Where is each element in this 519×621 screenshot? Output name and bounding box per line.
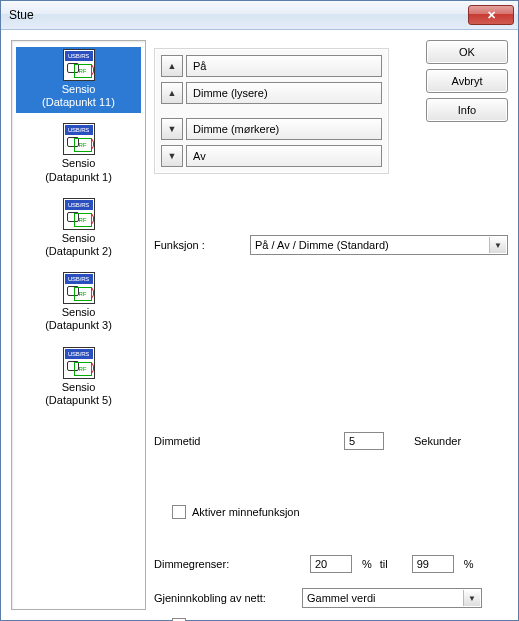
memory-label: Aktiver minnefunksjon (192, 506, 300, 518)
device-name: Sensio (62, 232, 96, 245)
device-sub: (Datapunkt 11) (42, 96, 115, 109)
chevron-down-icon: ▼ (489, 237, 506, 253)
action-row: ▼Av (161, 145, 382, 167)
settings-panel: OK Avbryt Info ▲På▲Dimme (lysere)▼Dimme … (154, 40, 508, 610)
dialog-window: Stue ✕ USB/RSRFSensio(Datapunkt 11)USB/R… (0, 0, 519, 621)
device-icon: USB/RSRF (63, 347, 95, 379)
dimmetid-row: Dimmetid 5 Sekunder (154, 432, 461, 450)
funksjon-value: På / Av / Dimme (Standard) (255, 239, 389, 251)
action-label-bar[interactable]: På (186, 55, 382, 77)
memory-checkbox[interactable] (172, 505, 186, 519)
direction-button[interactable]: ▲ (161, 82, 183, 104)
memory-row: Aktiver minnefunksjon (154, 505, 300, 519)
limits-high-input[interactable]: 99 (412, 555, 454, 573)
action-row: ▼Dimme (mørkere) (161, 118, 382, 140)
action-label-bar[interactable]: Dimme (mørkere) (186, 118, 382, 140)
action-label-bar[interactable]: Av (186, 145, 382, 167)
action-row: ▲Dimme (lysere) (161, 82, 382, 104)
direction-button[interactable]: ▼ (161, 145, 183, 167)
device-item[interactable]: USB/RSRFSensio(Datapunkt 3) (16, 270, 141, 336)
device-sub: (Datapunkt 3) (45, 319, 112, 332)
action-label: Dimme (lysere) (193, 87, 268, 99)
direction-button[interactable]: ▲ (161, 55, 183, 77)
action-label: På (193, 60, 206, 72)
til-label: til (380, 558, 388, 570)
cancel-button[interactable]: Avbryt (426, 69, 508, 93)
device-sub: (Datapunkt 5) (45, 394, 112, 407)
device-sub: (Datapunkt 2) (45, 245, 112, 258)
device-icon: USB/RSRF (63, 272, 95, 304)
device-name: Sensio (62, 306, 96, 319)
limits-row: Dimmegrenser: 20 % til 99 % (154, 555, 478, 573)
action-rows-group: ▲På▲Dimme (lysere)▼Dimme (mørkere)▼Av (154, 48, 389, 174)
action-label: Dimme (mørkere) (193, 123, 279, 135)
reconnect-value: Gammel verdi (307, 592, 375, 604)
dimmetid-input[interactable]: 5 (344, 432, 384, 450)
device-item[interactable]: USB/RSRFSensio(Datapunkt 1) (16, 121, 141, 187)
device-name: Sensio (62, 381, 96, 394)
device-item[interactable]: USB/RSRFSensio(Datapunkt 11) (16, 47, 141, 113)
reconnect-label: Gjeninnkobling av nett: (154, 592, 302, 604)
percent-label-1: % (362, 558, 372, 570)
device-name: Sensio (62, 83, 96, 96)
limits-label: Dimmegrenser: (154, 558, 304, 570)
funksjon-row: Funksjon : På / Av / Dimme (Standard) ▼ (154, 235, 508, 255)
info-button[interactable]: Info (426, 98, 508, 122)
device-icon: USB/RSRF (63, 198, 95, 230)
percent-label-2: % (464, 558, 474, 570)
close-button[interactable]: ✕ (468, 5, 514, 25)
dimmetid-label: Dimmetid (154, 435, 344, 447)
window-title: Stue (9, 8, 468, 22)
device-list[interactable]: USB/RSRFSensio(Datapunkt 11)USB/RSRFSens… (11, 40, 146, 610)
reconnect-select[interactable]: Gammel verdi ▼ (302, 588, 482, 608)
device-name: Sensio (62, 157, 96, 170)
reconnect-row: Gjeninnkobling av nett: Gammel verdi ▼ (154, 588, 508, 608)
dialog-buttons: OK Avbryt Info (426, 40, 508, 122)
device-item[interactable]: USB/RSRFSensio(Datapunkt 2) (16, 196, 141, 262)
close-icon: ✕ (487, 9, 496, 22)
funksjon-label: Funksjon : (154, 239, 250, 251)
dialog-body: USB/RSRFSensio(Datapunkt 11)USB/RSRFSens… (1, 30, 518, 620)
titlebar: Stue ✕ (1, 1, 518, 30)
funksjon-select[interactable]: På / Av / Dimme (Standard) ▼ (250, 235, 508, 255)
device-icon: USB/RSRF (63, 49, 95, 81)
dimmetid-unit: Sekunder (414, 435, 461, 447)
device-sub: (Datapunkt 1) (45, 171, 112, 184)
device-icon: USB/RSRF (63, 123, 95, 155)
device-item[interactable]: USB/RSRFSensio(Datapunkt 5) (16, 345, 141, 411)
action-row: ▲På (161, 55, 382, 77)
ok-button[interactable]: OK (426, 40, 508, 64)
limits-low-input[interactable]: 20 (310, 555, 352, 573)
action-label: Av (193, 150, 206, 162)
direction-button[interactable]: ▼ (161, 118, 183, 140)
action-label-bar[interactable]: Dimme (lysere) (186, 82, 382, 104)
chevron-down-icon: ▼ (463, 590, 480, 606)
